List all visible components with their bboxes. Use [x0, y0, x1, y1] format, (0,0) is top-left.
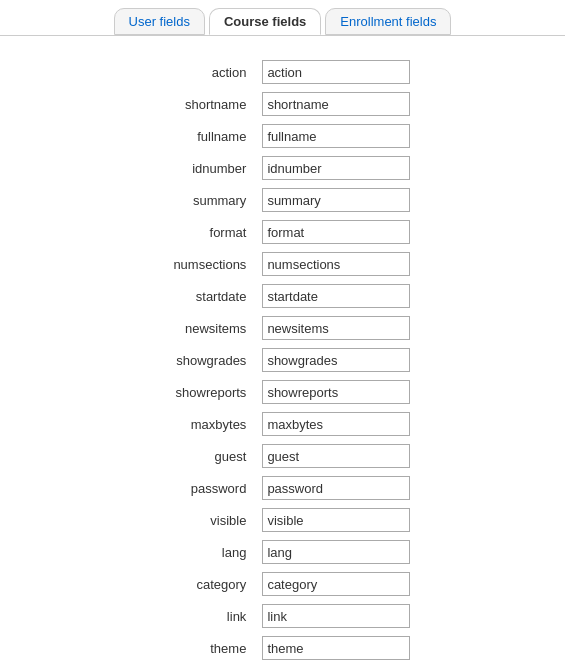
field-input-newsitems[interactable] — [262, 316, 410, 340]
table-row: numsections — [30, 248, 535, 280]
table-row: idnumber — [30, 152, 535, 184]
table-row: category — [30, 568, 535, 600]
field-input-link[interactable] — [262, 604, 410, 628]
field-input-showgrades[interactable] — [262, 348, 410, 372]
tab-enrollment-fields[interactable]: Enrollment fields — [325, 8, 451, 35]
field-input-cell-guest — [256, 440, 535, 472]
field-label-theme: theme — [30, 632, 256, 664]
field-input-cell-lang — [256, 536, 535, 568]
field-input-cell-startdate — [256, 280, 535, 312]
table-row: startdate — [30, 280, 535, 312]
field-label-summary: summary — [30, 184, 256, 216]
field-input-cell-showreports — [256, 376, 535, 408]
field-input-cell-idnumber — [256, 152, 535, 184]
table-row: format — [30, 216, 535, 248]
field-input-summary[interactable] — [262, 188, 410, 212]
field-label-idnumber: idnumber — [30, 152, 256, 184]
field-input-lang[interactable] — [262, 540, 410, 564]
table-row: maxbytes — [30, 408, 535, 440]
field-input-startdate[interactable] — [262, 284, 410, 308]
field-input-guest[interactable] — [262, 444, 410, 468]
tabs-bar: User fieldsCourse fieldsEnrollment field… — [0, 0, 565, 36]
table-row: showreports — [30, 376, 535, 408]
field-label-format: format — [30, 216, 256, 248]
table-row: fullname — [30, 120, 535, 152]
field-input-cell-showgrades — [256, 344, 535, 376]
field-label-password: password — [30, 472, 256, 504]
field-input-fullname[interactable] — [262, 124, 410, 148]
field-label-category: category — [30, 568, 256, 600]
field-label-startdate: startdate — [30, 280, 256, 312]
field-input-cell-shortname — [256, 88, 535, 120]
field-label-numsections: numsections — [30, 248, 256, 280]
field-label-link: link — [30, 600, 256, 632]
table-row: guest — [30, 440, 535, 472]
field-input-showreports[interactable] — [262, 380, 410, 404]
field-input-visible[interactable] — [262, 508, 410, 532]
field-input-cell-action — [256, 56, 535, 88]
field-label-visible: visible — [30, 504, 256, 536]
field-input-cell-newsitems — [256, 312, 535, 344]
field-label-showreports: showreports — [30, 376, 256, 408]
field-input-idnumber[interactable] — [262, 156, 410, 180]
field-input-cell-theme — [256, 632, 535, 664]
field-input-cell-fullname — [256, 120, 535, 152]
table-row: theme — [30, 632, 535, 664]
field-input-cell-numsections — [256, 248, 535, 280]
field-input-numsections[interactable] — [262, 252, 410, 276]
field-label-newsitems: newsitems — [30, 312, 256, 344]
field-input-cell-category — [256, 568, 535, 600]
field-input-cell-summary — [256, 184, 535, 216]
field-input-cell-link — [256, 600, 535, 632]
field-label-showgrades: showgrades — [30, 344, 256, 376]
field-label-lang: lang — [30, 536, 256, 568]
field-label-shortname: shortname — [30, 88, 256, 120]
field-input-format[interactable] — [262, 220, 410, 244]
table-row: link — [30, 600, 535, 632]
table-row: visible — [30, 504, 535, 536]
table-row: newsitems — [30, 312, 535, 344]
field-input-action[interactable] — [262, 60, 410, 84]
field-label-fullname: fullname — [30, 120, 256, 152]
field-label-guest: guest — [30, 440, 256, 472]
table-row: password — [30, 472, 535, 504]
field-label-action: action — [30, 56, 256, 88]
field-input-category[interactable] — [262, 572, 410, 596]
field-input-password[interactable] — [262, 476, 410, 500]
field-input-cell-visible — [256, 504, 535, 536]
table-row: action — [30, 56, 535, 88]
tab-course-fields[interactable]: Course fields — [209, 8, 321, 35]
field-input-shortname[interactable] — [262, 92, 410, 116]
table-row: lang — [30, 536, 535, 568]
field-input-theme[interactable] — [262, 636, 410, 660]
field-input-cell-format — [256, 216, 535, 248]
content-area: actionshortnamefullnameidnumbersummaryfo… — [0, 36, 565, 665]
tab-user-fields[interactable]: User fields — [114, 8, 205, 35]
field-label-maxbytes: maxbytes — [30, 408, 256, 440]
field-input-maxbytes[interactable] — [262, 412, 410, 436]
fields-table: actionshortnamefullnameidnumbersummaryfo… — [30, 56, 535, 664]
table-row: shortname — [30, 88, 535, 120]
field-input-cell-password — [256, 472, 535, 504]
table-row: showgrades — [30, 344, 535, 376]
field-input-cell-maxbytes — [256, 408, 535, 440]
table-row: summary — [30, 184, 535, 216]
